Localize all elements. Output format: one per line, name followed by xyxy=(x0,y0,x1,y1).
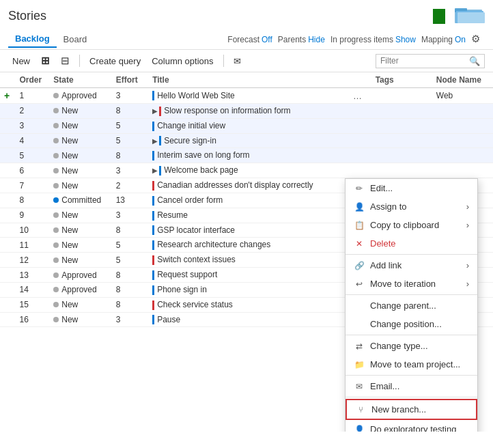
row-add-cell xyxy=(0,253,15,268)
table-row[interactable]: 6 New 3 ▶Welcome back page xyxy=(0,163,493,178)
state-dot xyxy=(53,168,59,173)
row-order: 5 xyxy=(15,148,49,163)
ctx-edit[interactable]: ✏ Edit... xyxy=(346,179,477,197)
ellipsis-button[interactable]: … xyxy=(350,91,365,101)
row-title[interactable]: Canadian addresses don't display correct… xyxy=(148,178,346,193)
filter-input[interactable] xyxy=(380,56,469,66)
row-effort: 8 xyxy=(112,282,148,297)
row-state: Approved xyxy=(49,88,111,104)
svg-rect-3 xyxy=(457,12,485,23)
state-dot xyxy=(53,302,59,307)
row-order: 13 xyxy=(15,268,49,283)
row-effort: 13 xyxy=(112,193,148,208)
mapping-label: Mapping xyxy=(421,35,453,44)
row-effort: 8 xyxy=(112,297,148,312)
color-bar xyxy=(152,225,154,235)
ctx-assign-to[interactable]: 👤 Assign to xyxy=(346,197,477,216)
new-button[interactable]: New xyxy=(8,54,34,68)
nav-board[interactable]: Board xyxy=(57,31,94,47)
ctx-move-to-team-project[interactable]: 📁 Move to team project... xyxy=(346,355,477,374)
table-row[interactable]: 4 New 5 ▶Secure sign-in xyxy=(0,133,493,148)
row-nodename xyxy=(432,104,493,119)
row-ellipsis-cell xyxy=(346,118,371,133)
row-title[interactable]: Research architecture changes xyxy=(148,238,346,253)
expand-button[interactable]: ⊟ xyxy=(57,53,74,69)
col-title: Title xyxy=(148,72,346,88)
row-title[interactable]: Phone sign in xyxy=(148,282,346,297)
row-effort: 2 xyxy=(112,178,148,193)
ctx-add-link[interactable]: 🔗 Add link xyxy=(346,256,477,275)
state-dot xyxy=(53,123,59,128)
ctx-new-branch[interactable]: ⑂ New branch... xyxy=(346,399,477,420)
row-state: New xyxy=(49,104,111,119)
row-add-cell xyxy=(0,193,15,208)
state-dot xyxy=(53,108,59,113)
row-add-cell xyxy=(0,297,15,312)
branch-icon: ⑂ xyxy=(355,405,366,415)
row-nodename: Web xyxy=(432,88,493,104)
page-title: Stories xyxy=(8,9,46,23)
row-effort: 3 xyxy=(112,312,148,327)
table-row[interactable]: 5 New 8 Interim save on long form xyxy=(0,148,493,163)
row-state: New xyxy=(49,223,111,238)
row-order: 15 xyxy=(15,297,49,312)
parents-value[interactable]: Hide xyxy=(308,35,325,44)
ctx-change-parent[interactable]: Change parent... xyxy=(346,296,477,315)
add-row-icon[interactable]: + xyxy=(4,90,10,101)
row-title[interactable]: Interim save on long form xyxy=(148,148,346,163)
row-add-cell xyxy=(0,312,15,327)
row-title[interactable]: Check service status xyxy=(148,297,346,312)
color-bar xyxy=(152,255,154,265)
row-state: New xyxy=(49,208,111,223)
row-title[interactable]: Resume xyxy=(148,208,346,223)
ctx-exploratory-testing[interactable]: 👤 Do exploratory testing xyxy=(346,420,477,432)
row-state: New xyxy=(49,238,111,253)
ctx-delete[interactable]: ✕ Delete xyxy=(346,234,477,253)
add-icon-button[interactable]: ⊞ xyxy=(37,53,54,69)
mapping-value[interactable]: On xyxy=(455,35,466,44)
forecast-value[interactable]: Off xyxy=(262,35,272,44)
table-row[interactable]: 2 New 8 ▶Slow response on information fo… xyxy=(0,104,493,119)
table-header: Order State Effort Title Tags Node Name xyxy=(0,72,493,88)
table-row[interactable]: + 1 Approved 3 Hello World Web Site … We… xyxy=(0,88,493,104)
row-order: 11 xyxy=(15,238,49,253)
row-title[interactable]: Pause xyxy=(148,312,346,327)
row-nodename xyxy=(432,163,493,178)
ctx-move-to-iteration[interactable]: ↩ Move to iteration xyxy=(346,275,477,293)
col-nodename: Node Name xyxy=(432,72,493,88)
ctx-separator-4 xyxy=(346,375,477,376)
row-title[interactable]: Change initial view xyxy=(148,118,346,133)
row-state: Approved xyxy=(49,268,111,283)
row-title[interactable]: Cancel order form xyxy=(148,193,346,208)
row-title[interactable]: Request support xyxy=(148,268,346,283)
color-bar xyxy=(152,196,154,206)
ctx-copy-to-clipboard[interactable]: 📋 Copy to clipboard xyxy=(346,216,477,234)
row-title[interactable]: ▶Secure sign-in xyxy=(148,133,346,148)
context-menu: ✏ Edit... 👤 Assign to 📋 Copy to clipboar… xyxy=(345,178,478,432)
row-effort: 5 xyxy=(112,238,148,253)
folder-icon xyxy=(455,5,485,27)
row-title[interactable]: GSP locator interface xyxy=(148,223,346,238)
change-type-icon: ⇄ xyxy=(354,341,365,351)
row-add-cell xyxy=(0,223,15,238)
ctx-change-type[interactable]: ⇄ Change type... xyxy=(346,337,477,355)
table-row[interactable]: 3 New 5 Change initial view xyxy=(0,118,493,133)
row-state: New xyxy=(49,148,111,163)
row-add-cell xyxy=(0,268,15,283)
email-button[interactable]: ✉ xyxy=(229,54,245,68)
ctx-email[interactable]: ✉ Email... xyxy=(346,377,477,395)
inprogress-value[interactable]: Show xyxy=(395,35,416,44)
row-title[interactable]: ▶Slow response on information form xyxy=(148,104,346,119)
clipboard-icon: 📋 xyxy=(354,221,365,230)
edit-icon: ✏ xyxy=(354,184,365,193)
nav-backlog[interactable]: Backlog xyxy=(8,31,57,48)
settings-icon[interactable]: ⚙ xyxy=(471,33,485,46)
row-title[interactable]: ▶Welcome back page xyxy=(148,163,346,178)
create-query-button[interactable]: Create query xyxy=(85,54,145,68)
column-options-button[interactable]: Column options xyxy=(147,54,217,68)
color-bar xyxy=(159,136,161,145)
ctx-change-position[interactable]: Change position... xyxy=(346,315,477,333)
row-ellipsis-cell xyxy=(346,163,371,178)
row-title[interactable]: Switch context issues xyxy=(148,253,346,268)
row-title[interactable]: Hello World Web Site xyxy=(148,88,346,104)
